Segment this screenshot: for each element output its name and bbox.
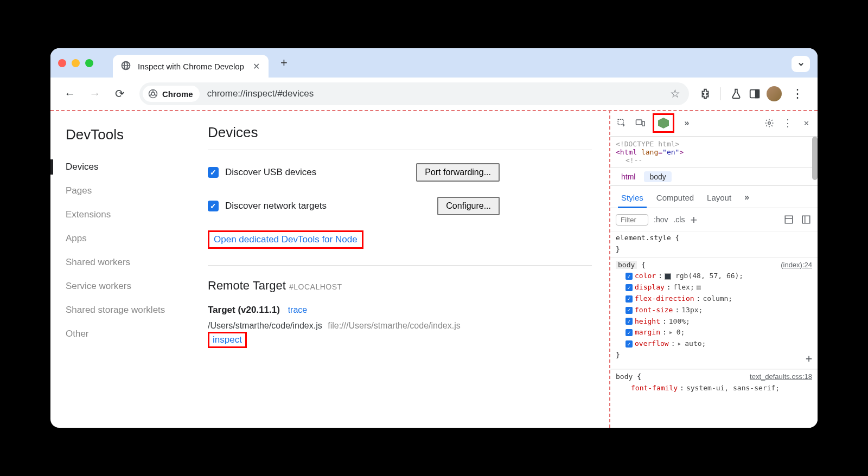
security-chip[interactable]: Chrome [143, 86, 200, 102]
flex-editor-icon[interactable]: ▦ [697, 282, 701, 293]
rule-body-1: body { (index):24 [616, 260, 812, 271]
node-icon [658, 118, 669, 128]
discover-network-label: Discover network targets [225, 201, 327, 211]
discover-usb-label: Discover USB devices [225, 167, 316, 178]
minimize-window-icon[interactable] [72, 59, 80, 67]
browser-toolbar: ← → ⟳ Chrome chrome://inspect/#devices ☆… [50, 78, 818, 110]
window-dropdown-button[interactable] [792, 56, 810, 72]
add-property-icon[interactable]: + [806, 350, 812, 367]
inspect-page: DevTools Devices Pages Extensions Apps S… [50, 110, 609, 428]
inspect-sidebar: DevTools Devices Pages Extensions Apps S… [50, 110, 197, 428]
remote-target-host: #LOCALHOST [289, 282, 342, 291]
back-button[interactable]: ← [60, 84, 80, 104]
browser-titlebar: Inspect with Chrome Develop ✕ + [50, 48, 818, 78]
remote-target-heading: Remote Target #LOCALHOST [208, 279, 592, 293]
tab-computed[interactable]: Computed [651, 190, 699, 208]
svg-rect-3 [756, 90, 759, 98]
sidebar-item-pages[interactable]: Pages [66, 179, 197, 203]
open-node-devtools-link[interactable]: Open dedicated DevTools for Node [208, 230, 363, 249]
sidebar-item-shared-workers[interactable]: Shared workers [66, 250, 197, 274]
maximize-window-icon[interactable] [85, 59, 93, 67]
devtools-panel: ✕ <!DOCTYPE html> <html lang="en"> <!-- … [609, 110, 818, 428]
close-tab-icon[interactable]: ✕ [251, 61, 262, 72]
devtools-menu-icon[interactable] [782, 117, 794, 129]
rule-source-link-2[interactable]: text_defaults.css:18 [750, 371, 812, 383]
elements-dom-tree[interactable]: <!DOCTYPE html> <html lang="en"> <!-- [610, 137, 818, 168]
sidebar-item-other[interactable]: Other [66, 322, 197, 346]
sidebar-item-extensions[interactable]: Extensions [66, 203, 197, 227]
more-tabs-icon[interactable] [681, 117, 693, 129]
tab-layout[interactable]: Layout [701, 190, 737, 208]
chevron-down-icon [797, 58, 805, 70]
globe-icon [120, 60, 131, 73]
close-devtools-icon[interactable]: ✕ [800, 117, 812, 129]
svg-rect-9 [802, 216, 810, 223]
target-line: Target (v20.11.1) trace [208, 305, 592, 316]
new-tab-button[interactable]: + [280, 56, 288, 70]
styles-rules[interactable]: element.style { } body { (index):24 colo… [610, 231, 818, 428]
devtools-body: <!DOCTYPE html> <html lang="en"> <!-- ht… [610, 137, 818, 428]
breadcrumb-html[interactable]: html [616, 171, 641, 182]
window-traffic-lights [58, 59, 93, 67]
divider [208, 150, 592, 150]
main-area: DevTools Devices Pages Extensions Apps S… [50, 110, 818, 428]
settings-icon[interactable] [763, 117, 775, 129]
remote-target-label: Remote Target [208, 279, 286, 292]
extensions-icon[interactable] [699, 87, 712, 100]
target-name: Target (v20.11.1) [208, 305, 280, 315]
sidebar-heading: DevTools [66, 126, 197, 143]
devtools-top-toolbar: ✕ [610, 110, 818, 137]
omnibox[interactable]: Chrome chrome://inspect/#devices ☆ [139, 82, 689, 105]
chrome-menu-icon[interactable]: ⋮ [787, 87, 808, 101]
inspect-element-icon[interactable] [616, 117, 628, 129]
browser-tab[interactable]: Inspect with Chrome Develop ✕ [113, 55, 269, 78]
styles-filter-input[interactable] [616, 214, 648, 226]
forward-button[interactable]: → [85, 84, 105, 104]
svg-point-7 [768, 122, 771, 125]
target-url: file:///Users/stmarthe/code/index.js [328, 321, 461, 330]
bookmark-star-icon[interactable]: ☆ [670, 87, 680, 100]
tab-title: Inspect with Chrome Develop [138, 62, 244, 71]
configure-button[interactable]: Configure... [437, 197, 500, 215]
svg-point-1 [151, 92, 155, 95]
side-panel-icon[interactable] [748, 87, 761, 100]
usb-row: Discover USB devices Port forwarding... [208, 163, 592, 182]
node-inspect-button[interactable] [653, 113, 674, 133]
new-style-rule-button[interactable] [690, 213, 697, 227]
target-paths: /Users/stmarthe/code/index.js file:///Us… [208, 321, 592, 331]
rule-element-style: element.style { [616, 233, 812, 244]
scrollbar-thumb[interactable] [812, 137, 818, 180]
svg-rect-6 [642, 121, 645, 126]
sidebar-item-devices[interactable]: Devices [66, 155, 197, 179]
toggle-cls-button[interactable]: .cls [673, 215, 685, 224]
rule-body-2: body { text_defaults.css:18 [616, 371, 812, 383]
target-path: /Users/stmarthe/code/index.js [208, 321, 322, 330]
profile-avatar[interactable] [767, 86, 782, 101]
trace-link[interactable]: trace [288, 305, 308, 314]
close-window-icon[interactable] [58, 59, 66, 67]
sidebar-item-shared-storage[interactable]: Shared storage worklets [66, 298, 197, 322]
sidebar-item-apps[interactable]: Apps [66, 227, 197, 250]
discover-usb-checkbox[interactable] [208, 167, 219, 178]
dom-doctype: <!DOCTYPE html> [616, 140, 679, 148]
toggle-hov-button[interactable]: :hov [654, 215, 668, 224]
discover-network-checkbox[interactable] [208, 201, 219, 211]
network-row: Discover network targets Configure... [208, 197, 592, 215]
breadcrumb-body[interactable]: body [644, 171, 671, 182]
more-style-tabs-icon[interactable] [739, 189, 755, 208]
reload-button[interactable]: ⟳ [110, 84, 130, 104]
computed-style-icon[interactable] [783, 214, 795, 226]
port-forwarding-button[interactable]: Port forwarding... [416, 163, 500, 182]
sidebar-item-service-workers[interactable]: Service workers [66, 274, 197, 298]
devices-heading: Devices [208, 124, 592, 141]
styles-toolbar: :hov .cls [610, 208, 818, 231]
dom-comment: <!-- [626, 156, 642, 164]
inspect-link[interactable]: inspect [208, 332, 247, 348]
toggle-sidebar-icon[interactable] [800, 214, 812, 226]
rule-source-link[interactable]: (index):24 [781, 260, 812, 271]
elements-breadcrumbs: html body [610, 168, 818, 186]
device-toggle-icon[interactable] [634, 117, 646, 129]
chrome-icon [148, 89, 158, 99]
tab-styles[interactable]: Styles [616, 190, 649, 208]
labs-icon[interactable] [730, 87, 743, 100]
